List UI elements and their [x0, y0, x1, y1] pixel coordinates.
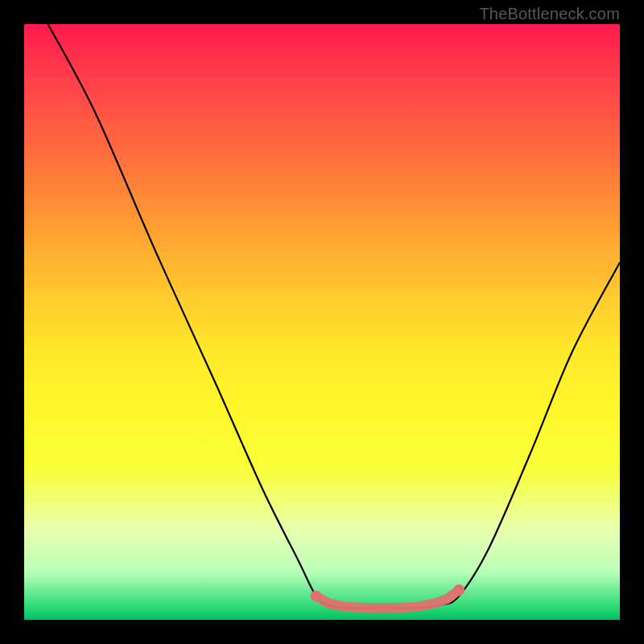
bottleneck-curve: [24, 24, 620, 620]
watermark-text: TheBottleneck.com: [479, 5, 620, 23]
chart-frame: TheBottleneck.com: [0, 0, 644, 644]
svg-point-0: [311, 590, 322, 601]
svg-point-1: [453, 584, 464, 596]
optimal-markers: [311, 584, 465, 608]
plot-area: [24, 24, 620, 620]
curve-path: [48, 24, 620, 608]
